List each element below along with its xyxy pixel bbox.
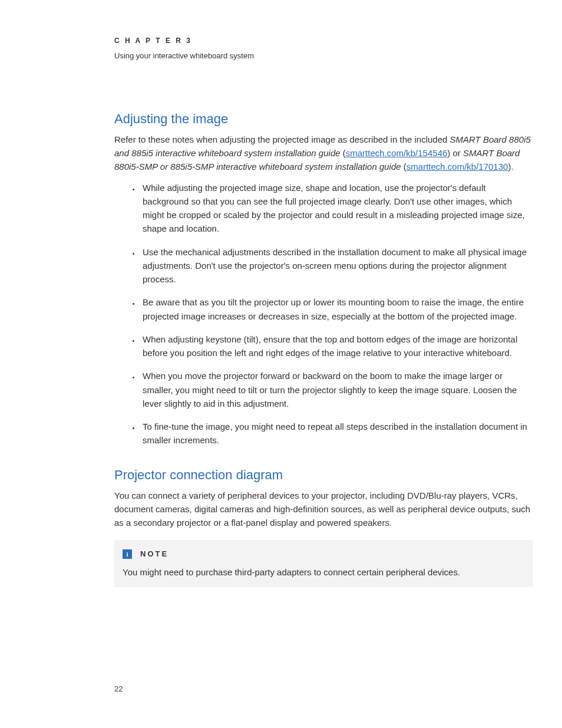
list-item: Be aware that as you tilt the projector … [140, 295, 533, 323]
diagram-intro-paragraph: You can connect a variety of peripheral … [114, 489, 533, 530]
open-paren-2: ( [401, 162, 406, 172]
list-item: While adjusting the projected image size… [140, 181, 533, 236]
heading-adjusting-image: Adjusting the image [114, 109, 533, 129]
after-link-1: ) or [447, 148, 463, 158]
note-header: i NOTE [123, 548, 524, 560]
list-item: Use the mechanical adjustments described… [140, 245, 533, 286]
list-item: When you move the projector forward or b… [140, 369, 533, 410]
chapter-subtitle: Using your interactive whiteboard system [114, 50, 533, 62]
chapter-label: C H A P T E R 3 [114, 35, 533, 47]
list-item: When adjusting keystone (tilt), ensure t… [140, 332, 533, 360]
kb-link-154546[interactable]: smarttech.com/kb/154546 [346, 148, 448, 158]
intro-text-pre: Refer to these notes when adjusting the … [114, 134, 450, 144]
intro-paragraph: Refer to these notes when adjusting the … [114, 133, 533, 174]
open-paren-1: ( [340, 148, 346, 158]
info-icon: i [123, 549, 132, 559]
heading-projector-diagram: Projector connection diagram [114, 465, 533, 485]
adjusting-bullet-list: While adjusting the projected image size… [114, 181, 533, 447]
section-projector-diagram: Projector connection diagram You can con… [114, 465, 533, 587]
list-item: To fine-tune the image, you might need t… [140, 420, 533, 447]
kb-link-170130[interactable]: smarttech.com/kb/170130 [406, 162, 508, 172]
document-page: C H A P T E R 3 Using your interactive w… [0, 0, 562, 728]
page-number: 22 [114, 683, 123, 695]
note-body: You might need to purchase third-party a… [123, 565, 524, 579]
note-label: NOTE [140, 548, 168, 560]
note-callout: i NOTE You might need to purchase third-… [114, 540, 533, 587]
after-link-2: ). [508, 162, 513, 172]
